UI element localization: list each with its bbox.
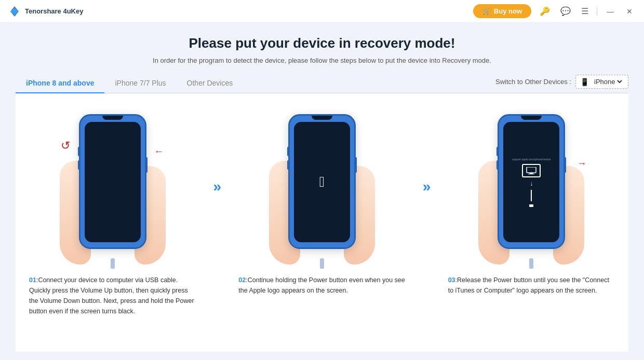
usb-cable-2 (320, 258, 324, 269)
vol-up-arrow-icon: ↺ (61, 139, 70, 153)
phone-notch-1 (102, 116, 123, 120)
buy-cart-icon: 🛒 (482, 7, 491, 15)
phone-notch-2 (312, 116, 332, 120)
svg-rect-3 (530, 173, 533, 174)
step-3-desc: Release the Power button until you see t… (448, 276, 609, 294)
power-btn-3 (564, 157, 566, 173)
app-name-label: Tenorshare 4uKey (25, 7, 83, 15)
tab-other-devices[interactable]: Other Devices (177, 75, 244, 93)
phone-screen-2:  (294, 122, 350, 242)
itunes-icon (522, 164, 541, 177)
switch-devices-row: Switch to Other Devices : 📱 iPhone iPad … (495, 75, 628, 93)
cable-connector (529, 204, 533, 207)
step-2-num: 02 (238, 276, 246, 284)
step-1-col: ↺ ← 01:Connect your device to computer v… (21, 104, 204, 316)
step-3-col: support.apple.com/iphone/restore (440, 104, 623, 296)
step-3-phone: support.apple.com/iphone/restore (474, 109, 588, 265)
vol-up-btn-2 (287, 147, 289, 156)
steps-area: ↺ ← 01:Connect your device to computer v… (16, 93, 628, 352)
phone-screen-3: support.apple.com/iphone/restore (503, 122, 559, 242)
switch-label: Switch to Other Devices : (495, 78, 571, 86)
device-selector[interactable]: 📱 iPhone iPad iPod (575, 75, 628, 89)
tab-iphone8[interactable]: iPhone 8 and above (16, 75, 104, 93)
vol-up-btn (78, 147, 80, 156)
step-1-text: 01:Connect your device to computer via U… (21, 270, 204, 316)
step-2-desc: Continue holding the Power button even w… (238, 276, 405, 294)
buy-now-button[interactable]: 🛒 Buy now (473, 4, 531, 18)
titlebar-divider (597, 7, 597, 16)
step-2-col:  02:Continue holding the Power button e… (230, 104, 413, 296)
phone-icon: 📱 (580, 78, 589, 86)
computer-icon (526, 167, 536, 174)
step-1-num: 01 (29, 276, 36, 284)
device-dropdown[interactable]: iPhone iPad iPod (592, 77, 624, 86)
page-title: Please put your device in recovery mode! (16, 35, 628, 51)
step-1-desc: Connect your device to computer via USB … (29, 276, 194, 315)
phone-notch-3 (521, 116, 542, 120)
phone-body-3: support.apple.com/iphone/restore (498, 114, 565, 249)
titlebar-right: 🛒 Buy now 🔑 💬 ☰ — ✕ (473, 4, 636, 18)
step-arrow-2: » (414, 104, 440, 270)
vol-down-btn (78, 160, 80, 170)
page-subtitle: In order for the program to detect the d… (16, 57, 628, 64)
chat-icon[interactable]: 💬 (558, 4, 573, 18)
tabs-row: iPhone 8 and above iPhone 7/7 Plus Other… (16, 75, 628, 93)
step-3-text: 03:Release the Power button until you se… (440, 270, 623, 296)
step-2-text: 02:Continue holding the Power button eve… (230, 270, 413, 296)
step-2-image:  (230, 104, 413, 270)
step-3-image: support.apple.com/iphone/restore (440, 104, 623, 270)
usb-cable-3 (529, 258, 533, 269)
titlebar-left: Tenorshare 4uKey (8, 5, 83, 18)
step-1-phone: ↺ ← (56, 109, 170, 265)
restore-screen: support.apple.com/iphone/restore (507, 147, 556, 217)
step-arrow-1: » (204, 104, 230, 270)
close-button[interactable]: ✕ (623, 5, 636, 18)
apple-logo:  (319, 174, 325, 190)
svg-rect-4 (528, 174, 534, 174)
phone-body-2:  (288, 114, 356, 249)
key-icon[interactable]: 🔑 (538, 4, 552, 18)
step-1-image: ↺ ← (21, 104, 204, 270)
cable-line (531, 190, 532, 201)
power-btn-2 (355, 157, 357, 173)
vol-down-btn-2 (287, 160, 289, 170)
step-3-num: 03 (448, 276, 455, 284)
app-logo-icon (8, 5, 21, 18)
restore-url: support.apple.com/iphone/restore (512, 158, 551, 161)
usb-cable-1 (111, 258, 115, 269)
svg-marker-1 (10, 8, 19, 15)
svg-rect-2 (527, 167, 536, 173)
menu-icon[interactable]: ☰ (579, 4, 591, 18)
vol-down-btn-3 (497, 160, 499, 170)
power-btn-1 (145, 157, 147, 173)
step-2-phone:  (265, 109, 379, 265)
arrow-down-icon: ↓ (530, 181, 533, 187)
main-content: Please put your device in recovery mode!… (0, 23, 644, 360)
titlebar: Tenorshare 4uKey 🛒 Buy now 🔑 💬 ☰ — ✕ (0, 0, 644, 23)
tabs-left: iPhone 8 and above iPhone 7/7 Plus Other… (16, 75, 243, 93)
tab-iphone77[interactable]: iPhone 7/7 Plus (104, 75, 176, 93)
minimize-button[interactable]: — (603, 5, 617, 18)
phone-screen-1 (85, 122, 141, 242)
vol-up-btn-3 (497, 147, 499, 156)
power-right-arrow-icon: → (577, 158, 586, 169)
power-arrow-icon: ← (154, 146, 164, 157)
phone-body-1 (79, 114, 146, 249)
